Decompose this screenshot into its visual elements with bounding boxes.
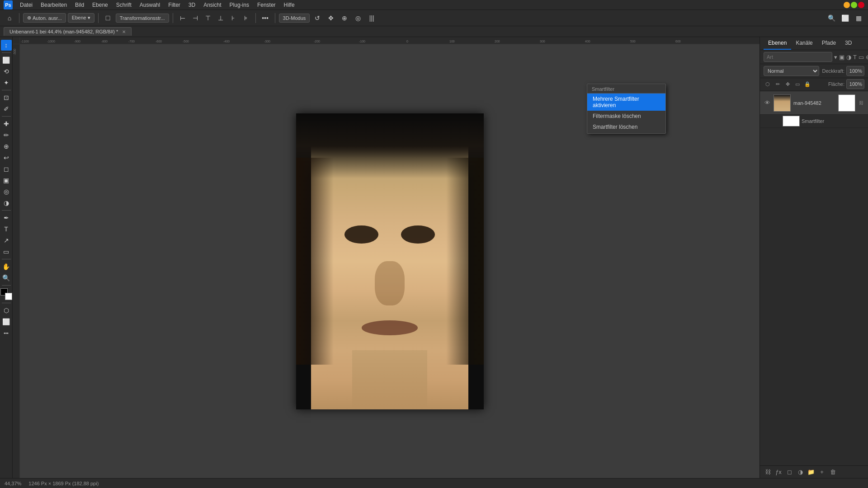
blur-tool[interactable]: ◎	[1, 186, 12, 197]
more-options-icon[interactable]: •••	[259, 12, 271, 24]
new-layer-button[interactable]: +	[817, 467, 827, 477]
tab-3d[interactable]: 3D	[840, 37, 856, 50]
lock-transparent-icon[interactable]: ⬡	[764, 80, 772, 88]
maximize-button[interactable]	[851, 2, 857, 8]
align-bottom-icon[interactable]: ⊧	[240, 12, 252, 24]
stamp-tool[interactable]: ⊕	[1, 141, 12, 152]
minimize-button[interactable]	[844, 2, 850, 8]
new-group-button[interactable]: 📁	[806, 467, 816, 477]
gradient-tool[interactable]: ▣	[1, 175, 12, 186]
tab-close-button[interactable]: ✕	[122, 29, 126, 34]
checkbox-icon[interactable]: □	[102, 12, 114, 24]
lock-position-icon[interactable]: ✥	[783, 80, 792, 88]
smartfilter-header: Smartfilter	[760, 115, 868, 127]
menu-ebene[interactable]: Ebene	[89, 1, 112, 9]
move-tool[interactable]: ↕	[1, 40, 12, 51]
search-icon[interactable]: 🔍	[826, 12, 837, 24]
workspace-icon[interactable]: ⬜	[839, 12, 851, 24]
lock-artboard-icon[interactable]: ▭	[793, 80, 802, 88]
3d-rotate-icon[interactable]: ↺	[311, 12, 323, 24]
hand-tool[interactable]: ✋	[1, 261, 12, 272]
eraser-tool[interactable]: ◻	[1, 164, 12, 174]
layer-type-shape-icon[interactable]: ▭	[859, 52, 864, 62]
link-layers-button[interactable]: ⛓	[763, 467, 773, 477]
menu-filter[interactable]: Filter	[165, 1, 184, 9]
align-center-icon[interactable]: ⊣	[189, 12, 201, 24]
3d-mode-button[interactable]: 3D-Modus	[279, 14, 310, 23]
lock-all-icon[interactable]: 🔒	[803, 80, 811, 88]
color-swatches[interactable]	[0, 288, 12, 300]
menu-3d[interactable]: 3D	[185, 1, 199, 9]
menu-fenster[interactable]: Fenster	[254, 1, 279, 9]
menu-bild[interactable]: Bild	[71, 1, 88, 9]
menu-plugins[interactable]: Plug-ins	[226, 1, 253, 9]
separator-2	[98, 13, 99, 23]
crop-tool[interactable]: ⊡	[1, 92, 12, 103]
align-top-icon[interactable]: ⊥	[215, 12, 226, 24]
path-tool[interactable]: ↗	[1, 235, 12, 246]
ruler-label-300p: 300	[540, 40, 545, 43]
add-style-button[interactable]: ƒx	[774, 467, 783, 477]
3d-camera-icon[interactable]: ◎	[352, 12, 364, 24]
layer-dropdown[interactable]: Ebene ▾	[68, 13, 94, 23]
ruler-label-1000: -1000	[47, 40, 55, 43]
opacity-input[interactable]	[846, 66, 864, 76]
wand-tool[interactable]: ✦	[1, 77, 12, 88]
menu-ansicht[interactable]: Ansicht	[200, 1, 225, 9]
quick-mask-tool[interactable]: ⬡	[1, 305, 12, 316]
layer-type-adjust-icon[interactable]: ◑	[846, 52, 851, 62]
add-mask-button[interactable]: ◻	[784, 467, 794, 477]
marquee-tool[interactable]: ⬜	[1, 55, 12, 66]
3d-extra-icon[interactable]: |||	[366, 12, 377, 24]
align-right-icon[interactable]: ⊤	[202, 12, 214, 24]
extra-tools[interactable]: •••	[1, 328, 12, 338]
menu-hilfe[interactable]: Hilfe	[280, 1, 298, 9]
healing-tool[interactable]: ✚	[1, 118, 12, 129]
menu-bearbeiten[interactable]: Bearbeiten	[37, 1, 71, 9]
layer-type-pixel-icon[interactable]: ▣	[839, 52, 844, 62]
brush-tool[interactable]: ✏	[1, 130, 12, 141]
eyedropper-tool[interactable]: ✐	[1, 103, 12, 114]
history-brush-tool[interactable]: ↩	[1, 152, 12, 163]
lock-pixels-icon[interactable]: ✏	[774, 80, 782, 88]
layer-info: man-945482	[793, 100, 835, 106]
layer-search-input[interactable]	[764, 52, 832, 62]
arrange-icon[interactable]: ▦	[853, 12, 864, 24]
document-tab[interactable]: Unbenannt-1 bei 44,4% (man-945482, RGB/8…	[4, 27, 132, 36]
3d-scale-icon[interactable]: ⊕	[339, 12, 350, 24]
layer-visibility-toggle[interactable]: 👁	[764, 99, 771, 107]
filter-type-icon[interactable]: ▾	[834, 52, 837, 62]
transform-button[interactable]: Transformationsstr...	[116, 14, 169, 23]
home-button[interactable]: ⌂	[4, 12, 15, 24]
layer-item-man[interactable]: 👁 man-945482 ⛓	[760, 91, 868, 115]
tab-kanaele[interactable]: Kanäle	[791, 37, 817, 50]
app-logo: Ps	[4, 0, 13, 9]
fill-input[interactable]	[846, 79, 864, 89]
blend-mode-select[interactable]: Normal	[764, 66, 819, 76]
menu-auswahl[interactable]: Auswahl	[136, 1, 164, 9]
pen-tool[interactable]: ✒	[1, 212, 12, 223]
screen-mode-tool[interactable]: ⬜	[1, 316, 12, 327]
new-adjustment-button[interactable]: ◑	[795, 467, 805, 477]
delete-layer-button[interactable]: 🗑	[828, 467, 838, 477]
zoom-tool[interactable]: 🔍	[1, 272, 12, 283]
align-vcenter-icon[interactable]: ⊦	[227, 12, 239, 24]
tool-mode-button[interactable]: ⊕ Auton. ausr...	[23, 13, 66, 23]
smartfilter-mask[interactable]	[783, 116, 800, 127]
layer-type-text-icon[interactable]: T	[853, 52, 857, 62]
background-color[interactable]	[5, 293, 12, 300]
tab-bar: Unbenannt-1 bei 44,4% (man-945482, RGB/8…	[0, 26, 868, 37]
layer-mask-thumb[interactable]	[838, 94, 855, 112]
tab-ebenen[interactable]: Ebenen	[764, 37, 791, 50]
align-left-icon[interactable]: ⊢	[177, 12, 189, 24]
menu-schrift[interactable]: Schrift	[113, 1, 135, 9]
shape-tool[interactable]: ▭	[1, 246, 12, 257]
menu-datei[interactable]: Datei	[16, 1, 36, 9]
close-button[interactable]	[858, 2, 864, 8]
layer-type-smart-icon[interactable]: ⊕	[866, 52, 868, 62]
tab-pfade[interactable]: Pfade	[817, 37, 840, 50]
dodge-tool[interactable]: ◑	[1, 197, 12, 208]
type-tool[interactable]: T	[1, 224, 12, 235]
lasso-tool[interactable]: ⟲	[1, 66, 12, 77]
3d-move-icon[interactable]: ✥	[325, 12, 337, 24]
